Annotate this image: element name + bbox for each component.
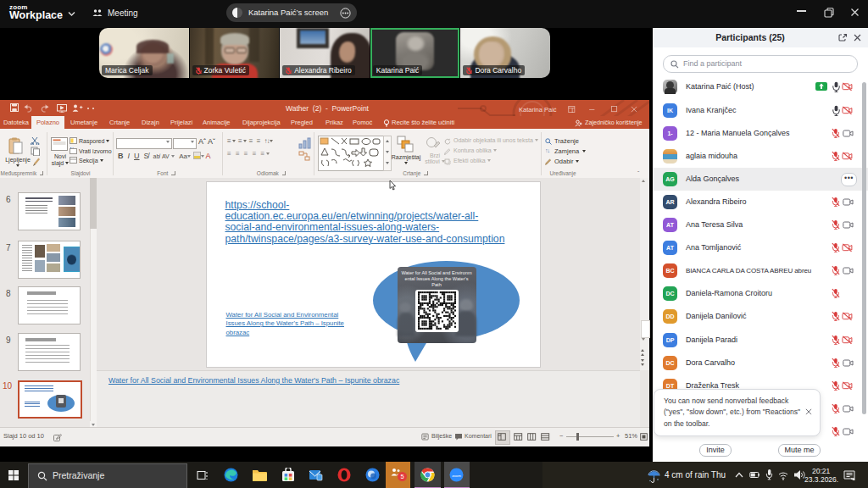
svg-text:zoom: zoom <box>452 474 461 478</box>
